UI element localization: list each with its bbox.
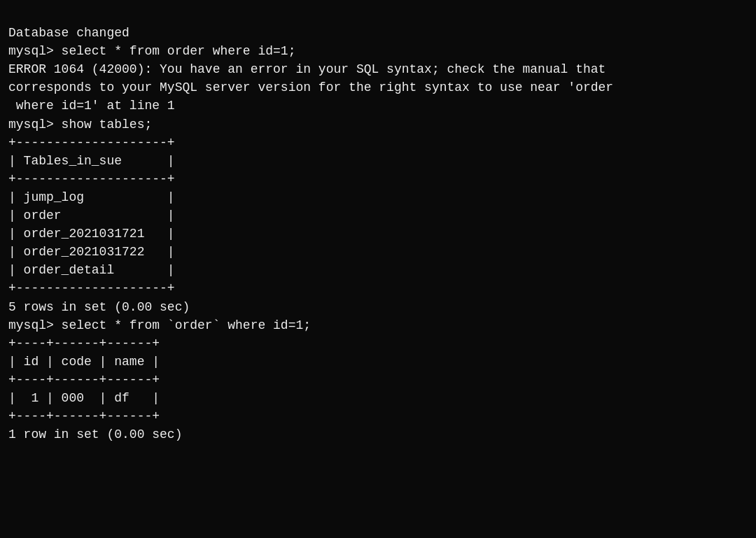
terminal-line: | order_2021031721 | [8, 225, 748, 243]
terminal-line: where id=1' at line 1 [8, 97, 748, 115]
terminal-line: +----+------+------+ [8, 334, 748, 353]
terminal-line: mysql> select * from `order` where id=1; [8, 316, 748, 334]
terminal-line: Database changed [8, 24, 748, 42]
terminal-line: | Tables_in_sue | [8, 152, 748, 170]
terminal-line: | order_detail | [8, 261, 748, 279]
terminal-line: +--------------------+ [8, 170, 748, 188]
terminal-line: mysql> show tables; [8, 115, 748, 134]
terminal-line: +--------------------+ [8, 279, 748, 297]
terminal-line: corresponds to your MySQL server version… [8, 78, 748, 97]
terminal-line: +----+------+------+ [8, 407, 748, 425]
terminal-line: | jump_log | [8, 188, 748, 206]
terminal-line: ERROR 1064 (42000): You have an error in… [8, 60, 748, 78]
terminal-line: 1 row in set (0.00 sec) [8, 425, 748, 444]
terminal-line: 5 rows in set (0.00 sec) [8, 298, 748, 316]
terminal-line: mysql> select * from order where id=1; [8, 42, 748, 60]
terminal-line: +----+------+------+ [8, 371, 748, 389]
terminal-line: | order_2021031722 | [8, 243, 748, 261]
terminal-line: | order | [8, 206, 748, 225]
terminal-output: Database changedmysql> select * from ord… [8, 6, 748, 444]
terminal-line: +--------------------+ [8, 134, 748, 152]
terminal-line: | 1 | 000 | df | [8, 389, 748, 407]
terminal-line: | id | code | name | [8, 353, 748, 371]
